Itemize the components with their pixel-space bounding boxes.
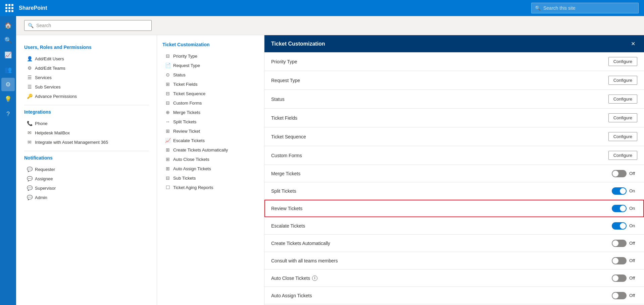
sidebar-icon-home[interactable]: 🏠 bbox=[1, 19, 15, 32]
panel-header: Ticket Customization ✕ bbox=[264, 35, 644, 52]
panel-row-review-tickets: Review Tickets On bbox=[264, 200, 644, 217]
nav-assignee[interactable]: 💬 Assignee bbox=[24, 174, 149, 183]
ticket-fields-label: Ticket Fields bbox=[271, 115, 297, 121]
auto-assign-tickets-label: Auto Assign Tickets bbox=[271, 293, 312, 298]
panel-row-auto-assign-tickets: Auto Assign Tickets Off bbox=[264, 287, 644, 304]
ticket-customization-nav: Ticket Customization ⊟ Priority Type 📄 R… bbox=[157, 35, 264, 305]
nav-ticket-aging-reports[interactable]: ☐ Ticket Aging Reports bbox=[162, 183, 259, 192]
auto-close-icon: ⊞ bbox=[165, 157, 170, 162]
nav-item-label: Ticket Aging Reports bbox=[173, 185, 213, 190]
sidebar-icon-ideas[interactable]: 💡 bbox=[1, 93, 15, 106]
review-tickets-toggle[interactable] bbox=[612, 205, 627, 212]
nav-advance-permissions[interactable]: 🔑 Advance Permissions bbox=[24, 92, 149, 101]
nav-status[interactable]: ⊙ Status bbox=[162, 70, 259, 79]
services-icon: ☰ bbox=[27, 75, 32, 80]
sidebar-icon-help[interactable]: ? bbox=[1, 107, 15, 121]
nav-asset-management[interactable]: ✉ Integrate with Asset Management 365 bbox=[24, 137, 149, 147]
nav-helpdesk-mailbox[interactable]: ✉ Helpdesk MailBox bbox=[24, 128, 149, 137]
nav-services[interactable]: ☰ Services bbox=[24, 73, 149, 82]
consult-teams-toggle[interactable] bbox=[612, 257, 627, 264]
app-launcher[interactable] bbox=[5, 4, 13, 12]
merge-tickets-label: Merge Tickets bbox=[271, 171, 300, 176]
split-tickets-toggle-container: On bbox=[612, 187, 637, 195]
panel-row-escalate-tickets: Escalate Tickets On bbox=[264, 217, 644, 235]
request-type-configure-btn[interactable]: Configure bbox=[608, 76, 637, 85]
nav-item-label: Ticket Sequence bbox=[173, 91, 205, 96]
nav-ticket-sequence[interactable]: ⊟ Ticket Sequence bbox=[162, 89, 259, 98]
split-tickets-toggle[interactable] bbox=[612, 187, 627, 195]
nav-request-type[interactable]: 📄 Request Type bbox=[162, 61, 259, 70]
ticket-fields-icon: ⊞ bbox=[165, 81, 170, 87]
teams-icon: ⚙ bbox=[27, 65, 32, 71]
sidebar-icon-users[interactable]: 👥 bbox=[1, 63, 15, 76]
sidebar-icon-settings[interactable]: ⚙ bbox=[1, 78, 15, 91]
topbar-search[interactable]: 🔍 Search this site bbox=[531, 3, 639, 13]
nav-item-label: Escalate Tickets bbox=[173, 138, 205, 143]
nav-item-label: Admin bbox=[35, 195, 47, 200]
create-tickets-auto-toggle[interactable] bbox=[612, 240, 627, 247]
nav-create-tickets-auto[interactable]: ⊞ Create Tickets Automatically bbox=[162, 145, 259, 155]
auto-close-info-icon[interactable]: i bbox=[312, 276, 317, 281]
nav-auto-close-tickets[interactable]: ⊞ Auto Close Tickets bbox=[162, 155, 259, 164]
ticket-sequence-label: Ticket Sequence bbox=[271, 134, 306, 139]
nav-item-label: Sub Tickets bbox=[173, 176, 196, 181]
nav-auto-assign-tickets[interactable]: ⊞ Auto Assign Tickets bbox=[162, 164, 259, 173]
nav-custom-forms[interactable]: ⊟ Custom Forms bbox=[162, 98, 259, 108]
nav-item-label: Assignee bbox=[35, 176, 53, 181]
priority-type-configure-btn[interactable]: Configure bbox=[608, 57, 637, 66]
nav-requester[interactable]: 💬 Requester bbox=[24, 165, 149, 174]
nav-item-label: Add/Edit Users bbox=[35, 56, 64, 61]
nav-item-label: Review Ticket bbox=[173, 129, 200, 134]
nav-sub-tickets[interactable]: ⊟ Sub Tickets bbox=[162, 173, 259, 183]
panel-close-button[interactable]: ✕ bbox=[629, 40, 637, 48]
nav-split-tickets[interactable]: ↔ Split Tickets bbox=[162, 117, 259, 126]
nav-phone[interactable]: 📞 Phone bbox=[24, 119, 149, 128]
nav-review-ticket[interactable]: ⊞ Review Ticket bbox=[162, 126, 259, 136]
escalate-tickets-toggle-container: On bbox=[612, 222, 637, 230]
nav-item-label: Phone bbox=[35, 121, 48, 126]
status-configure-btn[interactable]: Configure bbox=[608, 95, 637, 104]
content-search-input[interactable]: 🔍 Search bbox=[24, 20, 152, 31]
create-auto-icon: ⊞ bbox=[165, 147, 170, 152]
status-label: Status bbox=[271, 97, 285, 102]
nav-item-label: Helpdesk MailBox bbox=[35, 130, 70, 135]
ticket-sequence-configure-btn[interactable]: Configure bbox=[608, 132, 637, 141]
nav-priority-type[interactable]: ⊟ Priority Type bbox=[162, 51, 259, 61]
auto-close-tickets-label: Auto Close Tickets i bbox=[271, 276, 317, 281]
search-placeholder: Search bbox=[36, 23, 51, 28]
auto-assign-tickets-toggle[interactable] bbox=[612, 292, 627, 299]
priority-type-icon: ⊟ bbox=[165, 53, 170, 59]
nav-ticket-fields[interactable]: ⊞ Ticket Fields bbox=[162, 79, 259, 89]
nav-sub-services[interactable]: ☰ Sub Services bbox=[24, 82, 149, 92]
panel-row-ticket-fields: Ticket Fields Configure bbox=[264, 109, 644, 127]
nav-supervisor[interactable]: 💬 Supervisor bbox=[24, 183, 149, 193]
left-sidebar: 🏠 🔍 📈 👥 ⚙ 💡 ? bbox=[0, 16, 16, 305]
nav-item-label: Services bbox=[35, 75, 52, 80]
sidebar-icon-search[interactable]: 🔍 bbox=[1, 34, 15, 47]
nav-add-edit-users[interactable]: 👤 Add/Edit Users bbox=[24, 54, 149, 63]
nav-escalate-tickets[interactable]: 📈 Escalate Tickets bbox=[162, 136, 259, 145]
sidebar-icon-analytics[interactable]: 📈 bbox=[1, 48, 15, 62]
auto-close-toggle-container: Off bbox=[612, 274, 637, 282]
auto-close-tickets-toggle[interactable] bbox=[612, 274, 627, 282]
review-icon: ⊞ bbox=[165, 128, 170, 134]
notifications-section-title: Notifications bbox=[24, 155, 149, 161]
status-icon: ⊙ bbox=[165, 72, 170, 77]
divider bbox=[24, 105, 149, 105]
custom-forms-configure-btn[interactable]: Configure bbox=[608, 151, 637, 160]
escalate-tickets-toggle[interactable] bbox=[612, 222, 627, 230]
topbar: SharePoint 🔍 Search this site bbox=[0, 0, 644, 16]
aging-reports-icon: ☐ bbox=[165, 185, 170, 190]
nav-item-label: Auto Assign Tickets bbox=[173, 166, 211, 171]
panel-row-request-type: Request Type Configure bbox=[264, 71, 644, 90]
nav-item-label: Sub Services bbox=[35, 84, 61, 89]
nav-item-label: Create Tickets Automatically bbox=[173, 147, 228, 152]
merge-tickets-toggle-container: Off bbox=[612, 170, 637, 177]
merge-tickets-toggle[interactable] bbox=[612, 170, 627, 177]
nav-admin[interactable]: 💬 Admin bbox=[24, 193, 149, 202]
nav-item-label: Status bbox=[173, 72, 186, 77]
nav-merge-tickets[interactable]: ⊕ Merge Tickets bbox=[162, 108, 259, 117]
nav-add-edit-teams[interactable]: ⚙ Add/Edit Teams bbox=[24, 63, 149, 73]
phone-icon: 📞 bbox=[27, 121, 32, 126]
ticket-fields-configure-btn[interactable]: Configure bbox=[608, 113, 637, 122]
